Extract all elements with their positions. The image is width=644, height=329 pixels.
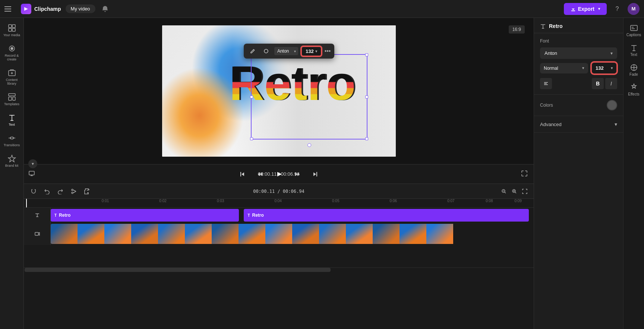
- svg-rect-20: [35, 232, 38, 235]
- hamburger-menu[interactable]: [4, 3, 16, 15]
- sidebar-label-templates: Templates: [4, 102, 19, 106]
- svg-point-6: [11, 47, 13, 50]
- resize-handle-mr[interactable]: [365, 95, 368, 98]
- text-clip-1[interactable]: T Retro: [51, 209, 239, 222]
- playback-time: 00:00.11 / 00:06.94: [258, 171, 300, 177]
- advanced-toggle[interactable]: Advanced ▾: [540, 121, 617, 127]
- video-thumb-10: [292, 224, 319, 244]
- zoom-controls: [499, 187, 529, 196]
- sidebar-label-content-library: Content library: [3, 78, 21, 85]
- timeline-ruler: 0:01 0:02 0:03 0:04 0:05 0:06 0:07 0:08 …: [24, 199, 534, 208]
- resize-handle-ml[interactable]: [250, 95, 253, 98]
- sidebar-label-text: Text: [9, 123, 15, 126]
- playback-bar: ▾ 00:00.11 / 00:06.94: [24, 164, 534, 184]
- far-right-effects[interactable]: Effects: [625, 80, 643, 99]
- bold-button[interactable]: B: [592, 78, 604, 89]
- sidebar-label-transitions: Transitions: [4, 143, 20, 147]
- rotate-handle[interactable]: [307, 143, 311, 147]
- font-dropdown-arrow: ▾: [610, 51, 613, 56]
- resize-handle-br[interactable]: [365, 137, 368, 140]
- svg-rect-1: [9, 25, 12, 28]
- svg-rect-8: [9, 94, 15, 96]
- avatar[interactable]: M: [628, 3, 640, 15]
- sidebar-item-transitions[interactable]: Transitions: [1, 131, 22, 150]
- video-thumb-15: [426, 224, 453, 244]
- redo-button[interactable]: [55, 186, 66, 197]
- svg-point-17: [72, 192, 73, 194]
- add-media-tool[interactable]: [82, 186, 92, 197]
- svg-rect-2: [12, 25, 15, 28]
- sidebar-item-content-library[interactable]: Content library: [1, 66, 22, 88]
- fullscreen-button[interactable]: [521, 170, 528, 178]
- font-style-dropdown[interactable]: Normal ▾: [540, 63, 588, 73]
- zoom-in-button[interactable]: [510, 187, 519, 196]
- ruler-mark-4: 0:04: [274, 199, 281, 203]
- sidebar-item-record-create[interactable]: Record & create: [1, 41, 22, 64]
- topbar: Clipchamp My video Export ▾ ? M: [0, 0, 644, 18]
- skip-forward-button[interactable]: [309, 168, 321, 180]
- export-button[interactable]: Export ▾: [564, 3, 607, 15]
- colors-row: Colors: [540, 100, 617, 110]
- font-size-input[interactable]: 132 ▾: [591, 62, 617, 74]
- help-button[interactable]: ?: [611, 3, 623, 15]
- text-style-circle-button[interactable]: [261, 46, 271, 56]
- font-size-value: 132: [306, 48, 314, 54]
- video-canvas[interactable]: Retro: [162, 25, 396, 157]
- video-thumb-9: [265, 224, 292, 244]
- text-track-row: T Retro T Retro: [24, 208, 534, 223]
- sidebar-item-text[interactable]: Text: [1, 110, 22, 129]
- magnet-tool[interactable]: [28, 186, 39, 197]
- text-track-content[interactable]: T Retro T Retro: [51, 208, 534, 223]
- text-clip-label-2: Retro: [252, 213, 264, 218]
- video-thumb-2: [78, 224, 104, 244]
- far-right-captions[interactable]: Captions: [625, 21, 643, 40]
- font-size-box[interactable]: 132 ▾: [301, 46, 322, 56]
- italic-button[interactable]: I: [605, 78, 617, 89]
- sidebar-item-brand-kit[interactable]: Brand kit: [1, 151, 22, 170]
- color-picker[interactable]: [607, 100, 617, 110]
- svg-point-14: [264, 49, 268, 53]
- svg-rect-9: [9, 97, 12, 100]
- text-clip-icon-2: T: [247, 213, 250, 217]
- far-right-fade[interactable]: Fade: [625, 60, 643, 79]
- text-clip-2[interactable]: T Retro: [244, 209, 529, 222]
- skip-back-button[interactable]: [236, 168, 248, 180]
- project-name[interactable]: My video: [66, 4, 95, 13]
- font-name-dropdown[interactable]: Anton ▾: [540, 47, 617, 59]
- edit-text-button[interactable]: [247, 46, 258, 56]
- more-options-button[interactable]: •••: [325, 48, 331, 54]
- cut-tool[interactable]: [69, 186, 79, 197]
- video-thumb-7: [212, 224, 239, 244]
- colors-section: Colors: [534, 95, 623, 116]
- video-track-content[interactable]: [51, 223, 534, 245]
- zoom-out-button[interactable]: [499, 187, 508, 196]
- resize-handle-tr[interactable]: [365, 53, 368, 56]
- screen-mode-icon[interactable]: [28, 170, 35, 178]
- text-floating-toolbar: Anton 132 ▾ •••: [244, 44, 335, 59]
- notification-icon[interactable]: [100, 4, 110, 14]
- advanced-section: Advanced ▾: [534, 116, 623, 133]
- sidebar-item-your-media[interactable]: Your media: [1, 21, 22, 40]
- timeline-scrollbar[interactable]: [24, 267, 534, 272]
- font-section: Font Anton ▾ Normal ▾ 132 ▾: [534, 33, 623, 95]
- far-right-effects-label: Effects: [628, 92, 639, 96]
- scroll-thumb[interactable]: [25, 268, 331, 272]
- fit-timeline-button[interactable]: [520, 187, 529, 196]
- selection-box[interactable]: [251, 54, 368, 140]
- sidebar-item-templates[interactable]: Templates: [1, 90, 22, 109]
- undo-button[interactable]: [42, 186, 52, 197]
- panel-title: Retro: [549, 23, 563, 29]
- export-dropdown-arrow: ▾: [598, 7, 600, 11]
- playhead[interactable]: [26, 199, 27, 207]
- text-align-button[interactable]: [540, 78, 552, 89]
- far-right-captions-label: Captions: [626, 33, 641, 37]
- ruler-mark-5: 0:05: [332, 199, 339, 203]
- far-right-text[interactable]: Text: [625, 41, 643, 60]
- resize-handle-bl[interactable]: [250, 137, 253, 140]
- font-dropdown[interactable]: Anton: [274, 47, 298, 55]
- far-right-text-label: Text: [630, 53, 637, 57]
- timeline-area: 00:00.11 / 00:06.94: [24, 184, 534, 329]
- collapse-timeline-button[interactable]: ▾: [28, 159, 37, 168]
- video-thumb-4: [131, 224, 158, 244]
- font-section-label: Font: [540, 38, 617, 44]
